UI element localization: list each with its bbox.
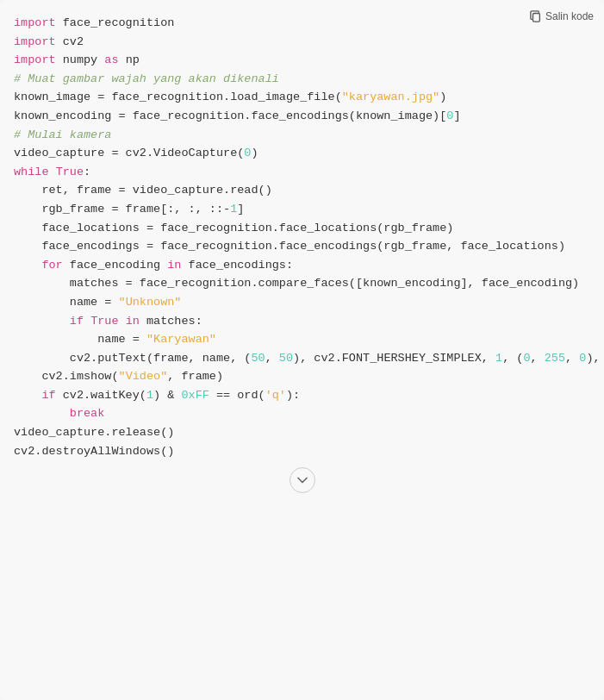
code-line: known_image = face_recognition.load_imag…: [14, 88, 590, 107]
code-line: name = "Unknown": [14, 293, 590, 312]
code-line: video_capture.release(): [14, 423, 590, 442]
token-plain: ),: [586, 352, 604, 365]
token-plain: ,: [531, 352, 545, 365]
token-string: "Karyawan": [146, 333, 216, 346]
token-plain: face_encoding: [63, 259, 168, 272]
token-kw: for: [41, 259, 62, 272]
token-kw: in: [126, 315, 140, 328]
token-plain: known_encoding = face_recognition.face_e…: [14, 109, 446, 122]
code-line: while True:: [14, 163, 590, 182]
token-string: "Unknown": [119, 296, 182, 309]
svg-rect-0: [532, 14, 539, 22]
token-plain: rgb_frame = frame[:, :, ::-: [14, 203, 230, 216]
token-plain: face_encodings:: [181, 259, 293, 272]
token-string: 'q': [265, 389, 286, 402]
token-plain: == ord(: [209, 389, 265, 402]
token-plain: cv2.imshow(: [14, 370, 119, 383]
token-plain: [14, 407, 70, 420]
copy-label: Salin kode: [545, 10, 594, 22]
code-line: ret, frame = video_capture.read(): [14, 181, 590, 200]
token-plain: ):: [286, 389, 300, 402]
token-kw: break: [70, 407, 105, 420]
token-plain: , (: [502, 352, 523, 365]
code-container: Salin kode import face_recognitionimport…: [0, 0, 604, 700]
token-plain: face_locations = face_recognition.face_l…: [14, 222, 453, 234]
token-comment: # Mulai kamera: [14, 128, 111, 141]
token-plain: cv2.destroyAllWindows(): [14, 445, 174, 458]
copy-icon: [530, 10, 542, 22]
token-plain: [14, 259, 41, 272]
code-line: import face_recognition: [14, 14, 590, 33]
code-line: face_locations = face_recognition.face_l…: [14, 219, 590, 238]
code-line: name = "Karyawan": [14, 330, 590, 349]
token-plain: ,: [265, 352, 279, 365]
token-number: 50: [279, 352, 293, 365]
token-number: 1: [146, 389, 153, 402]
token-kw: if: [41, 389, 55, 402]
token-plain: ), cv2.FONT_HERSHEY_SIMPLEX,: [293, 352, 495, 365]
token-number: 0: [523, 352, 530, 365]
code-line: if cv2.waitKey(1) & 0xFF == ord('q'):: [14, 386, 590, 405]
token-kw: in: [167, 259, 181, 272]
token-plain: ,: [565, 352, 579, 365]
token-number: 1: [495, 352, 502, 365]
token-comment: # Muat gambar wajah yang akan dikenali: [14, 72, 279, 85]
token-plain: video_capture.release(): [14, 426, 174, 439]
code-line: for face_encoding in face_encodings:: [14, 256, 590, 275]
token-plain: video_capture = cv2.VideoCapture(: [14, 147, 244, 159]
copy-button[interactable]: Salin kode: [530, 10, 594, 22]
token-number: 50: [251, 352, 265, 365]
code-line: known_encoding = face_recognition.face_e…: [14, 107, 590, 126]
code-line: rgb_frame = frame[:, :, ::-1]: [14, 200, 590, 219]
token-plain: ): [251, 147, 258, 159]
code-line: if True in matches:: [14, 312, 590, 331]
code-line: video_capture = cv2.VideoCapture(0): [14, 144, 590, 163]
token-plain: ret, frame = video_capture.read(): [14, 184, 272, 197]
code-line: matches = face_recognition.compare_faces…: [14, 274, 590, 293]
token-kw: import: [14, 35, 56, 48]
token-builtin: True: [90, 315, 118, 328]
code-line: import cv2: [14, 33, 590, 52]
code-block: import face_recognitionimport cv2import …: [14, 14, 590, 460]
token-plain: [119, 315, 126, 328]
code-line: # Muat gambar wajah yang akan dikenali: [14, 70, 590, 89]
token-plain: ]: [237, 203, 244, 216]
token-plain: [84, 315, 90, 328]
code-line: face_encodings = face_recognition.face_e…: [14, 237, 590, 256]
token-kw: while: [14, 166, 49, 178]
token-kw: as: [104, 53, 118, 66]
token-plain: cv2.putText(frame, name, (: [14, 352, 251, 365]
token-plain: face_encodings = face_recognition.face_e…: [14, 240, 565, 253]
token-plain: known_image = face_recognition.load_imag…: [14, 91, 342, 103]
token-string: "karyawan.jpg": [342, 91, 439, 103]
token-kw: if: [70, 315, 84, 328]
token-builtin: True: [56, 166, 84, 178]
code-line: cv2.imshow("Video", frame): [14, 367, 590, 386]
token-plain: cv2.waitKey(: [56, 389, 146, 402]
token-plain: matches = face_recognition.compare_faces…: [14, 277, 579, 290]
code-line: cv2.putText(frame, name, (50, 50), cv2.F…: [14, 349, 590, 368]
token-plain: numpy: [56, 53, 105, 66]
token-kw: import: [14, 16, 56, 29]
token-plain: ) &: [153, 389, 181, 402]
token-string: "Video": [119, 370, 168, 383]
token-plain: [14, 315, 70, 328]
token-plain: [49, 166, 56, 178]
token-kw: import: [14, 53, 56, 66]
token-plain: :: [84, 166, 90, 178]
token-plain: , frame): [167, 370, 223, 383]
scroll-down-icon: [290, 467, 315, 493]
token-plain: np: [119, 53, 140, 66]
code-line: break: [14, 404, 590, 423]
token-plain: name =: [14, 333, 146, 346]
token-plain: matches:: [140, 315, 202, 328]
token-plain: face_recognition: [56, 16, 175, 29]
token-plain: ): [439, 91, 446, 103]
token-plain: cv2: [56, 35, 84, 48]
token-number: 255: [545, 352, 565, 365]
code-line: # Mulai kamera: [14, 126, 590, 145]
token-plain: name =: [14, 296, 119, 309]
code-line: import numpy as np: [14, 51, 590, 70]
scroll-indicator: [14, 460, 590, 497]
token-plain: ]: [453, 109, 460, 122]
